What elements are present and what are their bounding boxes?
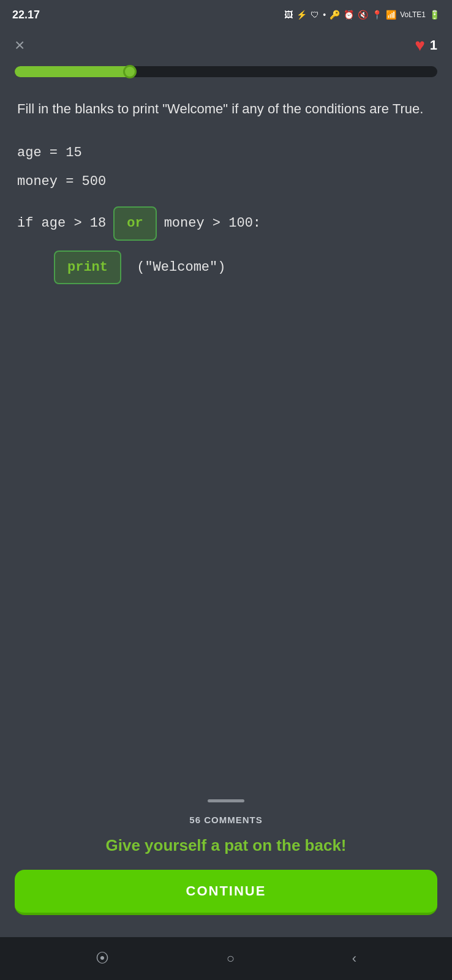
progress-track (15, 66, 437, 77)
code-money-text: money = 500 (17, 170, 106, 194)
code-block: age = 15 money = 500 if age > 18 or mone… (17, 141, 435, 284)
print-answer-box[interactable]: print (54, 251, 121, 285)
code-line-money: money = 500 (17, 170, 435, 194)
or-answer-box[interactable]: or (113, 206, 156, 241)
code-line-if: if age > 18 or money > 100: (17, 206, 435, 241)
key-icon: 🔑 (330, 10, 340, 20)
drag-handle[interactable] (208, 799, 244, 802)
success-message: Give yourself a pat on the back! (106, 836, 347, 855)
code-line-print: print ("Welcome") (47, 251, 435, 285)
code-if-text: if age > 18 (17, 211, 106, 236)
main-content: Fill in the blanks to print "Welcome" if… (0, 87, 452, 799)
lte-icon: VoLTE1 (400, 10, 426, 19)
status-time: 22.17 (12, 9, 40, 21)
bottom-section: 56 COMMENTS Give yourself a pat on the b… (0, 799, 452, 937)
heart-icon: ♥ (415, 36, 425, 55)
mute-icon: 🔇 (358, 10, 368, 20)
shield-icon: 🛡 (311, 10, 319, 20)
code-age-text: age = 15 (17, 141, 82, 165)
nav-bar: ⦿ ○ ‹ (0, 937, 452, 980)
hearts-container: ♥ 1 (415, 36, 437, 55)
code-line-age: age = 15 (17, 141, 435, 165)
battery-icon: 🔋 (429, 10, 440, 20)
progress-fill (15, 66, 133, 77)
status-icons: 🖼 ⚡ 🛡 • 🔑 ⏰ 🔇 📍 📶 VoLTE1 🔋 (284, 10, 440, 20)
continue-button[interactable]: CONTINUE (15, 870, 437, 915)
bolt-icon: ⚡ (296, 10, 307, 20)
nav-menu-icon[interactable]: ⦿ (96, 951, 109, 967)
hearts-count: 1 (430, 37, 437, 53)
top-bar: × ♥ 1 (0, 29, 452, 61)
alarm-icon: ⏰ (344, 10, 354, 20)
status-bar: 22.17 🖼 ⚡ 🛡 • 🔑 ⏰ 🔇 📍 📶 VoLTE1 🔋 (0, 0, 452, 29)
dot-icon: • (323, 10, 326, 20)
progress-dot (123, 65, 137, 78)
code-welcome-text: ("Welcome") (129, 255, 225, 280)
signal-icon: 📶 (386, 10, 396, 20)
close-button[interactable]: × (15, 37, 24, 54)
nav-back-icon[interactable]: ‹ (352, 951, 356, 967)
nav-home-icon[interactable]: ○ (227, 951, 235, 967)
instruction-text: Fill in the blanks to print "Welcome" if… (17, 99, 435, 119)
location-icon: 📍 (372, 10, 382, 20)
progress-bar-container (0, 61, 452, 87)
comments-count: 56 COMMENTS (189, 815, 262, 825)
image-icon: 🖼 (284, 10, 293, 20)
code-money-condition: money > 100: (164, 211, 261, 236)
